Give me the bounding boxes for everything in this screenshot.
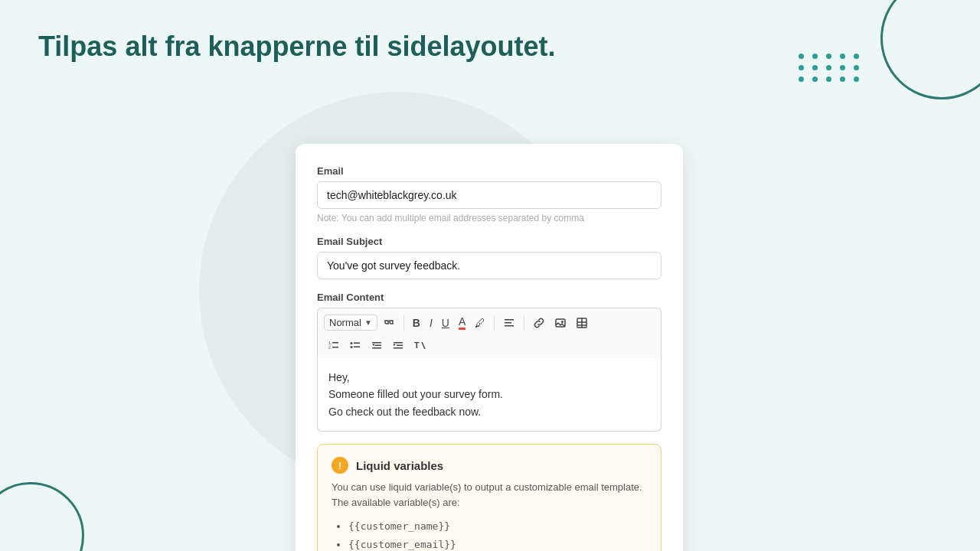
svg-rect-10 — [332, 342, 338, 344]
svg-text:T: T — [414, 341, 420, 350]
image-button[interactable] — [550, 315, 570, 331]
editor-area[interactable]: Hey, Someone filled out your survey form… — [317, 358, 662, 432]
editor-line-3: Go check out the feedback now. — [328, 403, 650, 420]
italic-button[interactable]: I — [426, 315, 436, 331]
svg-rect-14 — [354, 343, 360, 344]
email-input[interactable] — [317, 181, 662, 209]
svg-point-15 — [351, 346, 353, 348]
svg-rect-12 — [332, 347, 338, 348]
bg-circle-bottom-left — [0, 482, 84, 551]
table-button[interactable] — [572, 315, 592, 331]
svg-rect-16 — [354, 347, 360, 348]
indent-decrease-button[interactable] — [367, 337, 387, 354]
underline-button[interactable]: U — [438, 315, 453, 331]
email-label: Email — [317, 165, 662, 177]
email-field-group: Email Note: You can add multiple email a… — [317, 165, 662, 223]
editor-line-2: Someone filled out your survey form. — [328, 386, 650, 403]
bg-circle-top-right — [880, 0, 980, 99]
highlight-button[interactable]: 🖊 — [471, 315, 489, 331]
svg-line-24 — [422, 342, 425, 349]
svg-rect-22 — [394, 347, 403, 349]
subject-field-group: Email Subject — [317, 236, 662, 279]
warning-icon: ! — [332, 457, 348, 474]
format-select[interactable]: Normal ▼ — [324, 315, 377, 331]
svg-rect-19 — [372, 347, 381, 349]
indent-increase-button[interactable] — [388, 337, 408, 354]
form-card: Email Note: You can add multiple email a… — [296, 144, 683, 551]
editor-line-1: Hey, — [328, 369, 650, 386]
svg-point-4 — [561, 321, 564, 323]
toolbar-sep-1 — [403, 315, 404, 331]
content-label: Email Content — [317, 292, 662, 303]
liquid-header: ! Liquid variables — [332, 457, 647, 474]
quote-button[interactable] — [379, 315, 399, 331]
svg-point-13 — [351, 342, 353, 344]
align-button[interactable] — [499, 315, 519, 331]
toolbar-row-2: 1. 2. — [324, 337, 655, 358]
clear-format-button[interactable]: T — [410, 337, 430, 354]
subject-label: Email Subject — [317, 236, 662, 247]
content-field-group: Email Content Normal ▼ B — [317, 292, 662, 432]
toolbar-row-1: Normal ▼ B I — [324, 313, 655, 337]
liquid-var-2: {{customer_email}} — [348, 536, 647, 551]
unordered-list-button[interactable] — [345, 337, 365, 354]
svg-text:2.: 2. — [328, 345, 332, 350]
svg-rect-1 — [505, 322, 511, 324]
page-title: Tilpas alt fra knapperne til sidelayoute… — [38, 31, 556, 63]
liquid-info-box: ! Liquid variables You can use liquid va… — [317, 444, 662, 551]
ordered-list-button[interactable]: 1. 2. — [324, 337, 344, 354]
email-note: Note: You can add multiple email address… — [317, 213, 662, 223]
svg-rect-17 — [372, 342, 381, 344]
liquid-variables-list: {{customer_name}} {{customer_email}} {{s… — [332, 517, 647, 551]
format-select-label: Normal — [329, 317, 361, 328]
svg-rect-2 — [505, 325, 514, 327]
dots-decoration — [799, 54, 861, 82]
link-button[interactable] — [529, 315, 549, 331]
svg-rect-18 — [375, 345, 381, 347]
toolbar-sep-3 — [524, 315, 524, 331]
liquid-description: You can use liquid variable(s) to output… — [332, 480, 647, 510]
bold-button[interactable]: B — [409, 315, 424, 331]
format-chevron-icon: ▼ — [364, 318, 372, 327]
text-color-button[interactable]: A — [455, 313, 469, 332]
editor-toolbar: Normal ▼ B I — [317, 308, 662, 358]
svg-rect-20 — [394, 342, 403, 344]
svg-rect-0 — [505, 319, 514, 321]
liquid-title: Liquid variables — [356, 459, 443, 472]
toolbar-sep-2 — [494, 315, 495, 331]
liquid-var-1: {{customer_name}} — [348, 517, 647, 535]
subject-input[interactable] — [317, 252, 662, 279]
svg-rect-21 — [397, 345, 403, 347]
